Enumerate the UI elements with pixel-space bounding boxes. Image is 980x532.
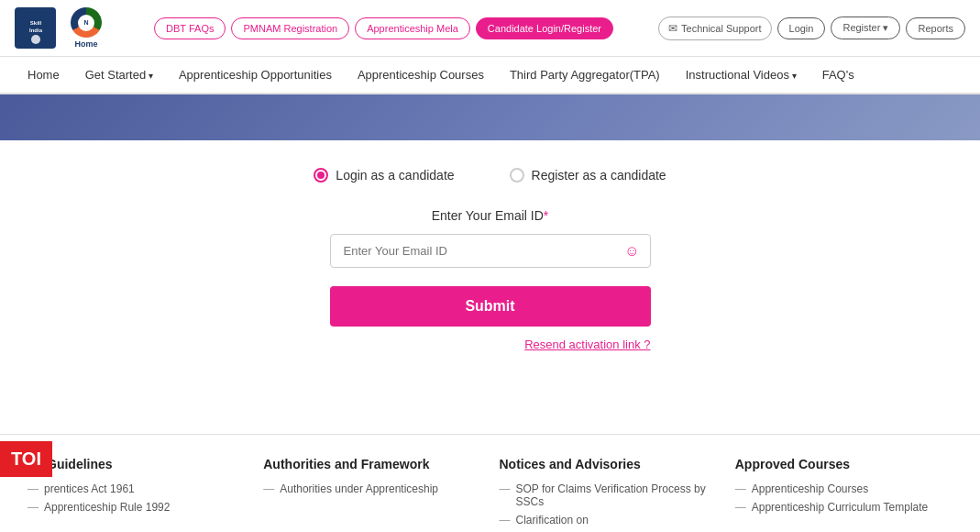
top-right-actions: ✉ Technical Support Login Register ▾ Rep… bbox=[658, 17, 965, 40]
svg-point-3 bbox=[31, 35, 40, 44]
footer-item: Authorities under Apprenticeship bbox=[263, 482, 480, 495]
submit-button[interactable]: Submit bbox=[330, 286, 651, 327]
required-asterisk: * bbox=[544, 208, 548, 223]
footer-item: Apprenticeship Courses bbox=[735, 482, 952, 495]
footer-col-authorities: Authorities and Framework Authorities un… bbox=[263, 457, 480, 532]
register-radio-option[interactable]: Register as a candidate bbox=[510, 168, 666, 183]
footer-notices-title: Notices and Advisories bbox=[500, 457, 717, 471]
radio-group: Login as a candidate Register as a candi… bbox=[314, 168, 666, 183]
register-radio-label: Register as a candidate bbox=[532, 168, 666, 183]
resend-activation-link[interactable]: Resend activation link ? bbox=[524, 338, 650, 351]
nav-third-party-aggregator[interactable]: Third Party Aggregator(TPA) bbox=[497, 57, 673, 93]
nav-home[interactable]: Home bbox=[15, 57, 72, 93]
top-action-buttons: DBT FAQs PMNAM Registration Apprenticesh… bbox=[109, 17, 658, 39]
footer-col-approved-courses: Approved Courses Apprenticeship Courses … bbox=[735, 457, 952, 532]
footer-item: Clarification on bbox=[500, 514, 717, 526]
login-radio-option[interactable]: Login as a candidate bbox=[314, 168, 454, 183]
nav-apprenticeship-courses[interactable]: Apprenticeship Courses bbox=[345, 57, 497, 93]
naps-logo: N Home bbox=[63, 7, 109, 49]
mail-icon: ✉ bbox=[668, 22, 677, 35]
register-button[interactable]: Register ▾ bbox=[831, 17, 900, 39]
footer-item: SOP for Claims Verification Process by S… bbox=[500, 482, 717, 508]
login-button[interactable]: Login bbox=[777, 17, 826, 39]
toi-badge: TOI bbox=[0, 441, 52, 477]
footer-authorities-title: Authorities and Framework bbox=[263, 457, 480, 471]
login-radio-circle bbox=[314, 168, 328, 183]
top-bar: Skill India N Home DBT FAQs PMNAM Regist… bbox=[0, 0, 980, 57]
technical-support-button[interactable]: ✉ Technical Support bbox=[658, 17, 771, 40]
svg-text:India: India bbox=[28, 28, 42, 33]
login-form: Enter Your Email ID* ☺ Submit Resend act… bbox=[330, 208, 651, 351]
email-input-wrapper: ☺ bbox=[330, 234, 651, 268]
nav-get-started[interactable]: Get Started bbox=[72, 57, 166, 93]
email-label: Enter Your Email ID* bbox=[432, 208, 549, 223]
reports-button[interactable]: Reports bbox=[906, 17, 965, 39]
pmnam-registration-button[interactable]: PMNAM Registration bbox=[231, 17, 349, 39]
nav-apprenticeship-opportunities[interactable]: Apprenticeship Opportunities bbox=[166, 57, 345, 93]
footer: nd Guidelines prentices Act 1961 Apprent… bbox=[0, 435, 980, 532]
email-input[interactable] bbox=[330, 234, 651, 268]
footer-guidelines-title: nd Guidelines bbox=[28, 457, 245, 471]
candidate-login-button[interactable]: Candidate Login/Register bbox=[476, 17, 613, 39]
logos: Skill India N Home bbox=[15, 7, 109, 49]
register-radio-circle bbox=[510, 168, 524, 183]
skill-india-logo: Skill India bbox=[15, 7, 56, 49]
user-icon: ☺ bbox=[624, 243, 639, 260]
login-radio-label: Login as a candidate bbox=[336, 168, 454, 183]
apprenticeship-mela-button[interactable]: Apprenticeship Mela bbox=[355, 17, 470, 39]
footer-item: Apprenticeship Curriculum Template bbox=[735, 501, 952, 514]
footer-col-notices: Notices and Advisories SOP for Claims Ve… bbox=[500, 457, 717, 532]
nav-faqs[interactable]: FAQ's bbox=[809, 57, 867, 93]
login-radio-dot bbox=[317, 172, 325, 179]
nav-bar: Home Get Started Apprenticeship Opportun… bbox=[0, 57, 980, 94]
footer-item: Apprenticeship Rule 1992 bbox=[28, 501, 245, 514]
svg-text:Skill: Skill bbox=[29, 20, 41, 26]
nav-instructional-videos[interactable]: Instructional Videos bbox=[673, 57, 809, 93]
footer-item: prentices Act 1961 bbox=[28, 482, 245, 495]
main-content: Login as a candidate Register as a candi… bbox=[0, 140, 980, 434]
dbt-faqs-button[interactable]: DBT FAQs bbox=[154, 17, 226, 39]
footer-approved-title: Approved Courses bbox=[735, 457, 952, 471]
footer-col-guidelines: nd Guidelines prentices Act 1961 Apprent… bbox=[28, 457, 245, 532]
hero-banner bbox=[0, 94, 980, 140]
